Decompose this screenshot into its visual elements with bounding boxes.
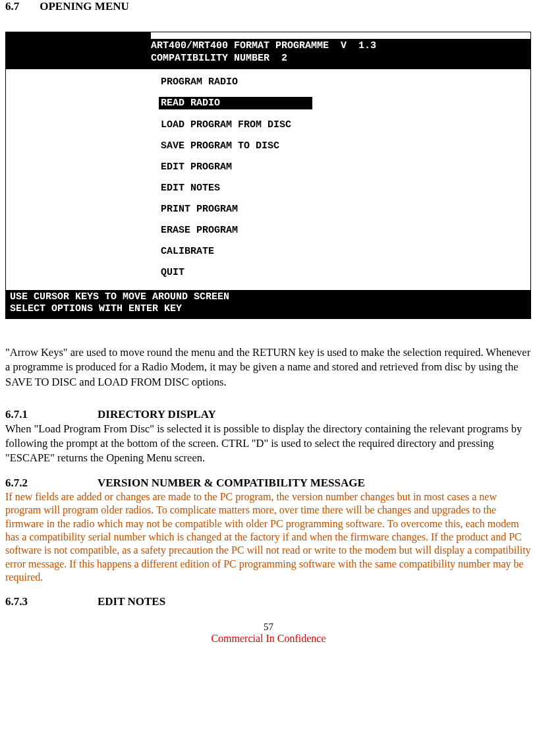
- menu-item-quit[interactable]: QUIT: [161, 264, 530, 285]
- directory-display-paragraph: When "Load Program From Disc" is selecte…: [5, 422, 532, 466]
- terminal-header: ART400/MRT400 FORMAT PROGRAMME V 1.3 COM…: [6, 39, 530, 69]
- page-number: 57: [5, 622, 532, 633]
- subsection-number: 6.7.3: [5, 595, 98, 608]
- intro-paragraph: "Arrow Keys" are used to move round the …: [5, 345, 532, 390]
- menu-item-read-radio[interactable]: READ RADIO: [159, 97, 312, 109]
- subsection-number: 6.7.1: [5, 408, 98, 421]
- subsection-6.7.2: 6.7.2VERSION NUMBER & COMPATIBILITY MESS…: [5, 477, 532, 490]
- section-title: OPENING MENU: [40, 0, 129, 13]
- subsection-title: DIRECTORY DISPLAY: [98, 408, 216, 421]
- section-number: 6.7: [5, 0, 37, 13]
- subsection-title: EDIT NOTES: [98, 595, 165, 608]
- menu-item-calibrate[interactable]: CALIBRATE: [161, 243, 530, 264]
- menu-item-edit-notes[interactable]: EDIT NOTES: [161, 179, 530, 200]
- terminal-menu: PROGRAM RADIO READ RADIO LOAD PROGRAM FR…: [6, 69, 530, 290]
- terminal-footer-line1: USE CURSOR KEYS TO MOVE AROUND SCREEN: [10, 291, 229, 303]
- menu-item-print-program[interactable]: PRINT PROGRAM: [161, 200, 530, 221]
- terminal-footer: USE CURSOR KEYS TO MOVE AROUND SCREEN SE…: [6, 290, 530, 319]
- terminal-header-line1: ART400/MRT400 FORMAT PROGRAMME V 1.3: [151, 40, 376, 51]
- terminal-header-line2: COMPATIBILITY NUMBER 2: [151, 53, 287, 64]
- subsection-6.7.1: 6.7.1DIRECTORY DISPLAY: [5, 408, 532, 421]
- menu-item-load-from-disc[interactable]: LOAD PROGRAM FROM DISC: [161, 116, 530, 137]
- terminal-window: ART400/MRT400 FORMAT PROGRAMME V 1.3 COM…: [5, 32, 531, 319]
- menu-item-edit-program[interactable]: EDIT PROGRAM: [161, 158, 530, 179]
- menu-item-save-to-disc[interactable]: SAVE PROGRAM TO DISC: [161, 137, 530, 158]
- version-compat-paragraph: If new fields are added or changes are m…: [5, 490, 532, 585]
- terminal-footer-line2: SELECT OPTIONS WITH ENTER KEY: [10, 303, 182, 314]
- terminal-top-bar: [6, 32, 151, 39]
- subsection-6.7.3: 6.7.3EDIT NOTES: [5, 595, 532, 608]
- section-heading: 6.7 OPENING MENU: [5, 0, 532, 13]
- subsection-title: VERSION NUMBER & COMPATIBILITY MESSAGE: [98, 477, 365, 489]
- subsection-number: 6.7.2: [5, 477, 98, 490]
- menu-item-erase-program[interactable]: ERASE PROGRAM: [161, 221, 530, 243]
- menu-item-program-radio[interactable]: PROGRAM RADIO: [161, 73, 530, 94]
- confidential-footer: Commercial In Confidence: [5, 633, 532, 645]
